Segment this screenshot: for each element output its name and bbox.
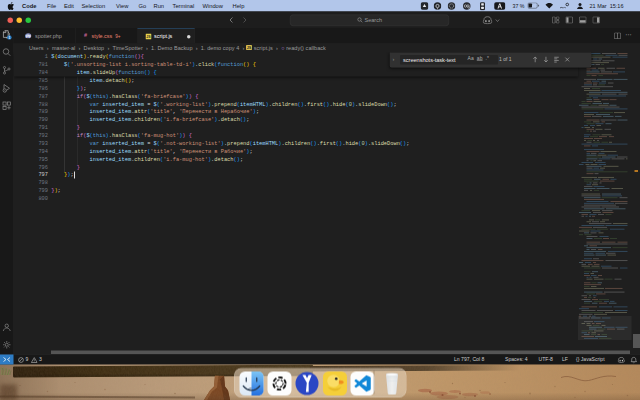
svg-text:php: php (26, 34, 31, 38)
svg-text:JS: JS (146, 35, 151, 39)
svg-text:1: 1 (8, 36, 10, 40)
